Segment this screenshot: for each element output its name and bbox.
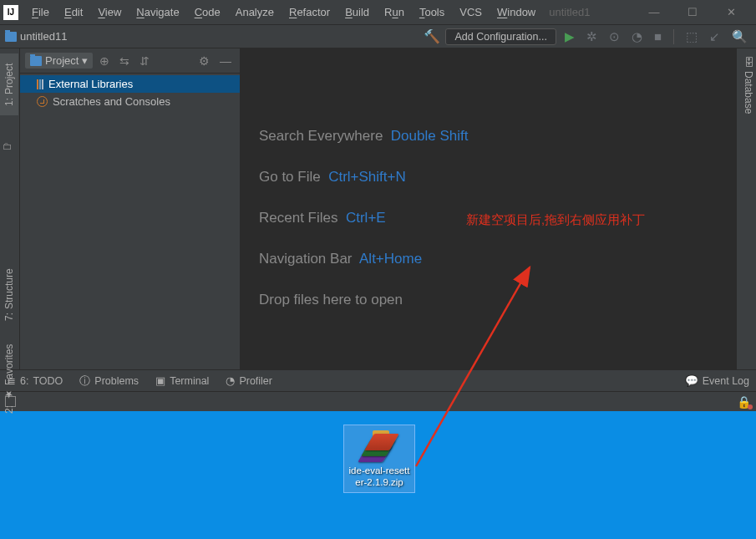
menu-tools[interactable]: Tools bbox=[413, 4, 451, 20]
breadcrumb-project[interactable]: untitled11 bbox=[5, 30, 67, 43]
close-button[interactable]: ✕ bbox=[714, 3, 748, 23]
menu-vcs[interactable]: VCS bbox=[453, 4, 489, 20]
window-controls: — ☐ ✕ bbox=[637, 3, 753, 23]
bookmark-icon[interactable]: 🗀 bbox=[3, 140, 13, 152]
terminal-icon: ▣ bbox=[155, 374, 165, 387]
status-bar: 🔒 bbox=[0, 391, 756, 411]
toolbar: untitled11 🔨 Add Configuration... ▶ ✲ ⊙ … bbox=[0, 25, 756, 48]
toolbar-separator bbox=[673, 29, 674, 44]
hint-shortcut: Ctrl+Shift+N bbox=[328, 169, 406, 185]
hint-shortcut: Alt+Home bbox=[359, 251, 422, 267]
project-view-selector[interactable]: Project ▾ bbox=[25, 53, 93, 69]
breadcrumb-label: untitled11 bbox=[20, 30, 67, 43]
run-config-selector[interactable]: Add Configuration... bbox=[445, 28, 556, 45]
vcs-commit-icon[interactable]: ↙ bbox=[706, 29, 723, 44]
folder-icon bbox=[5, 32, 17, 42]
chevron-down-icon: ▾ bbox=[82, 54, 88, 67]
menu-file[interactable]: File bbox=[25, 4, 56, 20]
app-icon: IJ bbox=[3, 5, 18, 20]
search-icon[interactable]: 🔍 bbox=[728, 29, 751, 44]
scratches-icon bbox=[37, 96, 48, 107]
hint-text: Go to File bbox=[259, 169, 321, 185]
tab-project[interactable]: 1: Project bbox=[0, 53, 18, 115]
tab-problems[interactable]: ⓘProblems bbox=[79, 374, 139, 389]
desktop-file[interactable]: ide-eval-resetter-2.1.9.zip bbox=[343, 425, 415, 493]
event-log-icon: 💬 bbox=[685, 374, 698, 387]
tab-event-log[interactable]: 💬Event Log bbox=[685, 374, 749, 387]
menu-code[interactable]: Code bbox=[188, 4, 227, 20]
minimize-button[interactable]: — bbox=[637, 3, 671, 23]
tab-database[interactable]: 🗄 Database bbox=[741, 53, 756, 117]
stop-icon[interactable]: ■ bbox=[651, 29, 665, 43]
bottom-tool-tabs: ≣6: TODO ⓘProblems ▣Terminal ◔Profiler 💬… bbox=[0, 369, 756, 391]
tab-terminal[interactable]: ▣Terminal bbox=[155, 374, 209, 387]
tree-external-libraries[interactable]: External Libraries bbox=[20, 75, 240, 93]
ide-window: IJ File Edit View Navigate Code Analyze … bbox=[0, 0, 756, 411]
editor-empty-state[interactable]: Search Everywhere Double Shift Go to Fil… bbox=[241, 48, 736, 369]
archive-icon bbox=[360, 429, 398, 462]
folder-icon bbox=[30, 56, 42, 66]
tab-database-label: Database bbox=[743, 71, 754, 114]
hint-text: Search Everywhere bbox=[259, 128, 383, 144]
maximize-button[interactable]: ☐ bbox=[676, 3, 709, 23]
right-tool-tabs: 🗄 Database bbox=[736, 48, 756, 369]
editor-hints: Search Everywhere Double Shift Go to Fil… bbox=[259, 127, 468, 309]
collapse-all-icon[interactable]: ⇵ bbox=[136, 54, 153, 68]
tab-structure[interactable]: 7: Structure bbox=[0, 257, 18, 333]
tree-item-label: External Libraries bbox=[48, 78, 133, 90]
coverage-icon[interactable]: ⊙ bbox=[606, 29, 623, 44]
left-tool-tabs: 1: Project 🗀 7: Structure 2: ★ Favorites bbox=[0, 48, 20, 369]
main-area: 1: Project 🗀 7: Structure 2: ★ Favorites… bbox=[0, 48, 756, 369]
tab-project-num: 1: bbox=[3, 98, 15, 106]
project-view-label: Project bbox=[45, 54, 79, 67]
menu-build[interactable]: Build bbox=[338, 4, 376, 20]
tree-item-label: Scratches and Consoles bbox=[53, 95, 170, 108]
project-tool-header: Project ▾ ⊕ ⇆ ⇵ ⚙ — bbox=[20, 48, 240, 74]
menu-run[interactable]: Run bbox=[378, 4, 411, 20]
select-opened-file-icon[interactable]: ⊕ bbox=[96, 54, 113, 68]
menu-analyze[interactable]: Analyze bbox=[229, 4, 281, 20]
menu-view[interactable]: View bbox=[91, 4, 128, 20]
tree-scratches[interactable]: Scratches and Consoles bbox=[20, 93, 240, 110]
tab-profiler[interactable]: ◔Profiler bbox=[226, 374, 272, 387]
window-title-project: untitled1 bbox=[544, 6, 636, 18]
build-hammer-icon[interactable]: 🔨 bbox=[424, 28, 440, 44]
tab-favorites-num: 2: bbox=[3, 405, 15, 414]
title-bar: IJ File Edit View Navigate Code Analyze … bbox=[0, 0, 756, 25]
project-tree[interactable]: External Libraries Scratches and Console… bbox=[20, 74, 240, 112]
expand-all-icon[interactable]: ⇆ bbox=[116, 54, 133, 68]
annotation-text: 新建空项目后,拖到右侧应用补丁 bbox=[466, 212, 645, 228]
project-tool-window: Project ▾ ⊕ ⇆ ⇵ ⚙ — External Libraries S… bbox=[20, 48, 241, 369]
ide-status-icon[interactable]: 🔒 bbox=[737, 395, 751, 409]
run-config-label: Add Configuration... bbox=[454, 31, 547, 43]
tab-structure-label: Structure bbox=[3, 269, 15, 310]
hint-text: Navigation Bar bbox=[259, 251, 353, 267]
tab-favorites-label: Favorites bbox=[3, 343, 15, 384]
libraries-icon bbox=[37, 79, 43, 89]
vcs-update-icon[interactable]: ⬚ bbox=[682, 29, 701, 44]
database-icon: 🗄 bbox=[743, 57, 754, 68]
hide-panel-icon[interactable]: — bbox=[216, 54, 235, 68]
tab-favorites[interactable]: 2: ★ Favorites bbox=[0, 341, 18, 416]
menu-refactor[interactable]: Refactor bbox=[282, 4, 337, 20]
warning-icon: ⓘ bbox=[79, 374, 90, 389]
hint-shortcut: Ctrl+E bbox=[346, 210, 386, 226]
tab-structure-num: 7: bbox=[3, 313, 15, 321]
profiler-icon[interactable]: ◔ bbox=[628, 29, 646, 44]
tab-project-label: Project bbox=[3, 63, 15, 94]
menu-window[interactable]: Window bbox=[490, 4, 542, 20]
menu-navigate[interactable]: Navigate bbox=[129, 4, 185, 20]
hint-text: Drop files here to open bbox=[259, 292, 403, 308]
gear-icon[interactable]: ⚙ bbox=[195, 54, 213, 68]
hint-shortcut: Double Shift bbox=[391, 128, 469, 144]
debug-icon[interactable]: ✲ bbox=[583, 29, 601, 44]
star-icon: ★ bbox=[3, 389, 15, 400]
hint-text: Recent Files bbox=[259, 210, 337, 226]
menu-edit[interactable]: Edit bbox=[58, 4, 89, 20]
run-icon[interactable]: ▶ bbox=[561, 29, 578, 44]
desktop-file-label: ide-eval-resetter-2.1.9.zip bbox=[348, 465, 411, 489]
profiler-icon: ◔ bbox=[226, 374, 235, 387]
